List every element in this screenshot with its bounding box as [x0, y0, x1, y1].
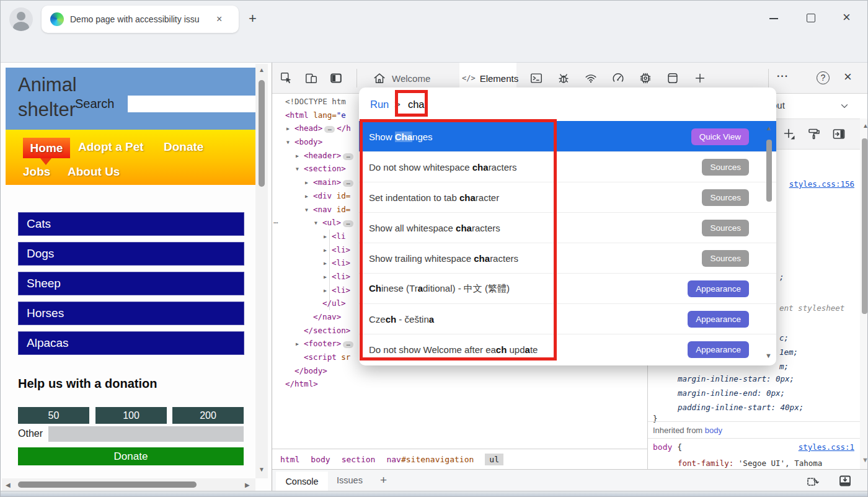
scroll-right-icon[interactable]: ▶	[245, 481, 250, 488]
twisty-icon[interactable]: ▶	[324, 244, 332, 257]
twisty-icon[interactable]: ▶	[324, 230, 332, 244]
device-emulation-icon[interactable]	[304, 71, 318, 85]
performance-tool-icon[interactable]	[611, 71, 625, 85]
twisty-icon[interactable]: ▶	[305, 176, 313, 190]
css-declaration: margin-inline-end: 0px;	[678, 388, 785, 398]
more-tools-icon[interactable]	[693, 71, 707, 85]
window-close-button[interactable]: ×	[843, 9, 851, 25]
network-tool-icon[interactable]	[584, 71, 598, 85]
browser-window: Demo page with accessibility issu × + × …	[0, 0, 868, 497]
debugger-tool-icon[interactable]	[557, 71, 570, 85]
inherited-from-bar: Inherited from body	[648, 421, 860, 439]
chevron-down-icon[interactable]	[839, 101, 850, 112]
twisty-icon[interactable]: ▶	[305, 190, 313, 204]
command-panel-badge: Sources	[702, 189, 749, 206]
category-button-cats[interactable]: Cats	[18, 212, 244, 236]
window-minimize-button[interactable]	[769, 18, 778, 19]
scroll-down-icon[interactable]: ▼	[765, 352, 772, 359]
nav-item-home[interactable]: Home	[23, 138, 70, 158]
twisty-icon[interactable]: ▼	[296, 163, 304, 176]
styles-scroll-thumb[interactable]	[862, 138, 867, 314]
horizontal-scroll-thumb[interactable]	[18, 481, 197, 488]
category-button-alpacas[interactable]: Alpacas	[18, 331, 244, 355]
twisty-icon[interactable]: ▶	[296, 150, 304, 163]
dom-text: <li	[332, 231, 346, 241]
node-menu-icon[interactable]: ⋯	[273, 216, 279, 230]
avatar-person-icon	[13, 22, 29, 31]
nav-item-about-us[interactable]: About Us	[68, 165, 120, 179]
devtools-close-icon[interactable]: ×	[844, 69, 852, 85]
dom-tree-node[interactable]: </body>	[277, 364, 643, 378]
vertical-scroll-thumb[interactable]	[259, 80, 265, 187]
annotation-box-query	[395, 90, 428, 117]
breadcrumb-item-html[interactable]: html	[280, 455, 299, 464]
toolbar-divider	[768, 69, 769, 87]
window-maximize-button[interactable]	[807, 14, 815, 22]
console-drawer: Console Issues +	[272, 469, 868, 491]
breadcrumb-item-section[interactable]: section	[342, 455, 376, 464]
collapsed-children-icon[interactable]: …	[343, 180, 353, 187]
other-amount-input[interactable]	[48, 426, 244, 442]
scroll-down-icon[interactable]: ▼	[259, 466, 265, 473]
brush-icon[interactable]	[807, 127, 822, 141]
breadcrumb-item-nav[interactable]: nav#sitenavigation	[386, 455, 474, 464]
search-input[interactable]	[128, 96, 257, 112]
dock-bottom-icon[interactable]	[838, 473, 852, 488]
dock-panel-icon[interactable]	[831, 127, 846, 141]
scroll-left-icon[interactable]: ◀	[6, 481, 11, 488]
collapsed-children-icon[interactable]: …	[343, 341, 353, 348]
twisty-icon[interactable]: ▶	[296, 338, 304, 351]
nav-item-adopt-a-pet[interactable]: Adopt a Pet	[78, 140, 144, 154]
nav-item-jobs[interactable]: Jobs	[23, 165, 50, 179]
category-button-sheep[interactable]: Sheep	[18, 272, 244, 295]
amount-button-200[interactable]: 200	[172, 407, 244, 424]
collapsed-children-icon[interactable]: …	[324, 126, 335, 133]
tab-issues[interactable]: Issues	[337, 475, 363, 485]
scroll-up-icon[interactable]: ▲	[862, 122, 868, 129]
nav-item-donate[interactable]: Donate	[164, 140, 203, 154]
new-tab-button[interactable]: +	[249, 11, 257, 27]
command-list-scroll-thumb[interactable]	[766, 140, 772, 202]
stylesheet-link[interactable]: styles.css:1	[799, 442, 854, 452]
inspect-icon[interactable]	[280, 71, 293, 85]
profile-avatar[interactable]	[9, 7, 33, 31]
css-declaration: padding-inline-start: 40px;	[678, 403, 804, 412]
add-drawer-tab-button[interactable]: +	[380, 473, 387, 487]
collapsed-children-icon[interactable]: …	[343, 153, 353, 160]
command-mode-label: Run	[370, 99, 389, 110]
twisty-icon[interactable]: ▶	[324, 284, 332, 298]
devtools-help-icon[interactable]: ?	[817, 71, 830, 84]
amount-button-50[interactable]: 50	[18, 407, 89, 424]
twisty-icon[interactable]: ▶	[324, 257, 332, 271]
stylesheet-link[interactable]: styles.css:156	[789, 179, 854, 189]
breadcrumb-item-body[interactable]: body	[311, 455, 330, 464]
twisty-icon[interactable]: ▼	[286, 136, 294, 150]
devtools-more-icon[interactable]: ···	[777, 71, 789, 82]
inherited-node-link[interactable]: body	[705, 426, 722, 435]
twisty-icon[interactable]: ▼	[305, 204, 313, 217]
dom-text: </nav>	[313, 312, 341, 321]
dom-tree-node[interactable]: </html>	[277, 377, 643, 391]
tab-console[interactable]: Console	[276, 472, 328, 491]
scroll-up-icon[interactable]: ▲	[766, 125, 772, 132]
breadcrumb-item-ul[interactable]: ul	[485, 454, 503, 465]
twisty-icon[interactable]: ▶	[324, 271, 332, 284]
twisty-icon[interactable]: ▼	[314, 217, 322, 230]
collapsed-children-icon[interactable]: …	[343, 220, 353, 227]
memory-tool-icon[interactable]	[639, 71, 652, 85]
dock-side-icon[interactable]	[329, 71, 343, 85]
category-button-dogs[interactable]: Dogs	[18, 242, 244, 266]
tab-close-icon[interactable]: ×	[216, 14, 222, 25]
application-tool-icon[interactable]	[666, 71, 680, 85]
new-style-rule-icon[interactable]	[782, 127, 797, 141]
donate-button[interactable]: Donate	[18, 447, 244, 465]
undock-drawer-icon[interactable]	[805, 473, 820, 488]
scroll-down-icon[interactable]: ▼	[862, 456, 868, 463]
category-button-horses[interactable]: Horses	[18, 302, 244, 325]
console-tool-icon[interactable]	[529, 71, 543, 85]
css-declaration: margin-inline-start: 0px;	[678, 374, 794, 383]
amount-button-100[interactable]: 100	[95, 407, 167, 424]
scroll-up-icon[interactable]: ▲	[259, 66, 265, 73]
twisty-icon[interactable]: ▶	[286, 122, 294, 136]
browser-tab[interactable]: Demo page with accessibility issu ×	[42, 6, 239, 33]
